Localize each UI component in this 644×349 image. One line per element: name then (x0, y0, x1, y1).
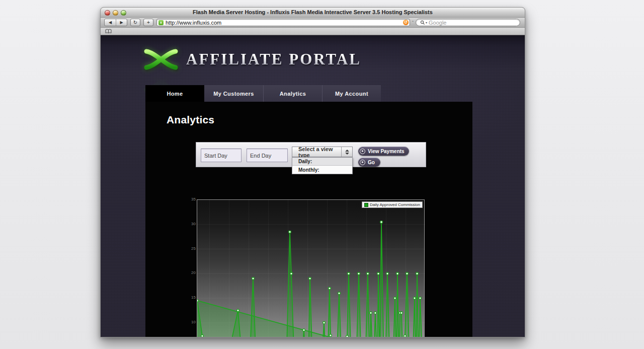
search-icon: ▾ (420, 20, 427, 25)
history-nav: ◀ ▶ (104, 19, 127, 26)
browser-titlebar: Flash Media Server Hosting - Influxis Fl… (101, 8, 525, 18)
y-tick-label: 10 (191, 320, 196, 324)
y-tick-label: 35 (191, 197, 196, 201)
stepper-down-icon (345, 153, 349, 155)
search-placeholder: Google (429, 20, 446, 26)
y-tick-label: 20 (191, 271, 196, 275)
forward-button[interactable]: ▶ (116, 19, 127, 26)
logo-wordmark: AFFILIATE PORTAL (186, 51, 361, 67)
main-panel: Analytics Select a view type Daily: Mont… (145, 102, 472, 337)
stepper-up-icon (345, 150, 349, 152)
legend-swatch-icon (364, 203, 368, 207)
tab-analytics-label: Analytics (280, 91, 306, 97)
desktop-background: Flash Media Server Hosting - Influxis Fl… (0, 0, 644, 349)
chart-y-axis-labels: 353025201510 (187, 197, 196, 337)
page-title: Analytics (167, 114, 214, 126)
logo-icon-wrap (143, 47, 179, 74)
start-day-input[interactable] (201, 149, 242, 162)
bookmarks-bar (101, 28, 525, 35)
url-text: http://www.influxis.com (166, 20, 403, 26)
tab-my-customers-label: My Customers (213, 91, 254, 97)
view-type-select-label: Select a view type (292, 147, 341, 157)
tab-my-customers[interactable]: My Customers (204, 85, 263, 102)
google-search-field[interactable]: ▾ Google (416, 19, 520, 26)
y-tick-label: 15 (191, 296, 196, 300)
chart-plot (197, 200, 425, 337)
address-bar[interactable]: x http://www.influxis.com ↺ (156, 19, 410, 26)
play-icon (360, 160, 365, 165)
tab-my-account[interactable]: My Account (322, 85, 381, 102)
legend-label: Daily Approved Commission (370, 203, 420, 207)
forward-icon: ▶ (120, 20, 123, 25)
y-tick-label: 30 (191, 222, 196, 226)
tab-home[interactable]: Home (145, 85, 204, 102)
view-payments-button[interactable]: View Payments (358, 147, 409, 156)
option-daily[interactable]: Daily: (292, 158, 352, 166)
commission-chart: Daily Approved Commission (197, 199, 425, 337)
add-bookmark-button[interactable]: + (143, 19, 153, 26)
site-logo: AFFILIATE PORTAL (143, 47, 361, 74)
site-favicon-icon: x (158, 20, 164, 25)
bookmarks-book-icon[interactable] (105, 29, 112, 34)
browser-toolbar: ◀ ▶ ↻ + x http://www.influxis.com ↺ ˆ ▾ … (101, 18, 525, 28)
browser-window: Flash Media Server Hosting - Influxis Fl… (100, 7, 525, 337)
webpage-content: AFFILIATE PORTAL Home My Customers Analy… (101, 35, 525, 337)
window-title: Flash Media Server Hosting - Influxis Fl… (101, 9, 525, 15)
tab-my-account-label: My Account (335, 91, 368, 97)
analytics-filter-bar: Select a view type Daily: Monthly: View … (196, 142, 426, 167)
influxis-x-icon (143, 47, 179, 72)
view-type-select[interactable]: Select a view type (292, 147, 353, 157)
tab-analytics[interactable]: Analytics (263, 85, 322, 102)
snapback-icon[interactable]: ↺ (403, 20, 409, 25)
search-dropdown-icon: ▾ (426, 21, 427, 24)
toolbar-divider-caret: ˆ (412, 21, 414, 24)
main-nav-tabs: Home My Customers Analytics My Account (145, 85, 381, 102)
tab-home-label: Home (167, 91, 183, 97)
go-label: Go (368, 160, 375, 165)
option-monthly[interactable]: Monthly: (292, 166, 352, 174)
play-icon (360, 149, 365, 154)
reload-icon: ↻ (133, 20, 137, 25)
view-type-options: Daily: Monthly: (292, 157, 353, 174)
back-button[interactable]: ◀ (105, 19, 116, 26)
select-stepper-icon[interactable] (341, 147, 352, 157)
end-day-input[interactable] (247, 149, 288, 162)
plus-icon: + (147, 20, 150, 25)
reload-button[interactable]: ↻ (130, 19, 140, 26)
chart-legend: Daily Approved Commission (362, 201, 423, 208)
view-payments-label: View Payments (368, 149, 405, 154)
y-tick-label: 25 (191, 247, 196, 251)
go-button[interactable]: Go (358, 158, 380, 167)
back-icon: ◀ (109, 20, 112, 25)
